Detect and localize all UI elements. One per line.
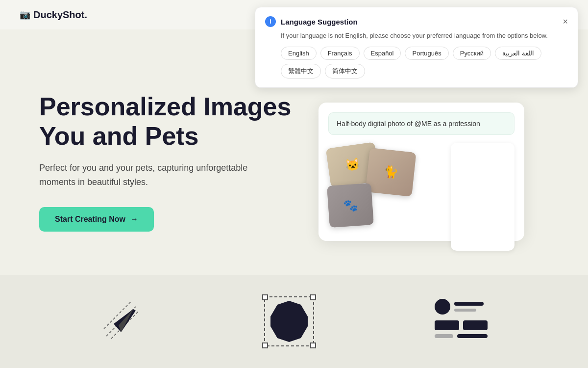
svg-rect-16 (435, 334, 453, 338)
hero-title: Personalized Images You and Pets (39, 92, 294, 151)
svg-point-11 (435, 299, 450, 315)
arrow-icon: → (130, 215, 138, 224)
lang-francais[interactable]: Français (320, 47, 360, 60)
toast-body: If your language is not English, please … (265, 31, 568, 41)
feature-icon-1 (97, 297, 146, 346)
profile-layout-icon (433, 297, 491, 346)
toast-title: Language Suggestion (281, 18, 558, 26)
feature-icon-3 (433, 297, 491, 346)
lang-simplified-chinese[interactable]: 简体中文 (325, 64, 365, 79)
toast-header: i Language Suggestion × (265, 16, 568, 27)
bottom-section (0, 275, 588, 368)
svg-rect-8 (263, 343, 268, 348)
feature-icon-2 (260, 292, 318, 351)
empty-panel (451, 143, 514, 251)
cta-label: Start Creating Now (55, 215, 125, 224)
hero-subtitle: Perfect for you and your pets, capturing… (39, 161, 255, 189)
svg-rect-14 (435, 320, 459, 330)
lang-portugues[interactable]: Português (405, 47, 448, 60)
svg-rect-9 (311, 343, 316, 348)
shape-selector-icon (260, 292, 318, 351)
language-options: English Français Español Português Русск… (265, 47, 568, 79)
svg-rect-6 (263, 295, 268, 300)
close-button[interactable]: × (563, 17, 568, 26)
photo-2: 🐈 (366, 148, 416, 196)
pet-photos: 🐱 🐈 🐾 (328, 143, 514, 231)
chat-input: Half-body digital photo of @ME as a prof… (328, 112, 514, 135)
svg-rect-12 (454, 302, 484, 306)
lang-english[interactable]: English (281, 47, 317, 60)
hero-left: Personalized Images You and Pets Perfect… (39, 73, 294, 231)
plane-icon (97, 297, 146, 346)
lang-russian[interactable]: Русский (453, 47, 491, 60)
svg-rect-17 (457, 334, 488, 338)
info-icon: i (265, 16, 276, 27)
photo-stack: 🐱 🐈 🐾 (328, 145, 426, 229)
lang-traditional-chinese[interactable]: 繁體中文 (281, 64, 321, 79)
start-creating-button[interactable]: Start Creating Now → (39, 207, 154, 232)
svg-rect-15 (463, 320, 488, 330)
camera-icon: 📷 (20, 9, 30, 20)
logo[interactable]: 📷 DuckyShot. (20, 9, 87, 21)
logo-text: DuckyShot. (33, 9, 87, 21)
lang-espanol[interactable]: Español (364, 47, 401, 60)
lang-arabic[interactable]: اللغة العربية (495, 47, 541, 60)
svg-rect-13 (454, 309, 476, 312)
language-suggestion-toast: i Language Suggestion × If your language… (255, 7, 578, 88)
svg-marker-10 (270, 301, 308, 342)
photo-3: 🐾 (327, 183, 374, 228)
image-card: Half-body digital photo of @ME as a prof… (318, 103, 524, 241)
svg-rect-7 (311, 295, 316, 300)
